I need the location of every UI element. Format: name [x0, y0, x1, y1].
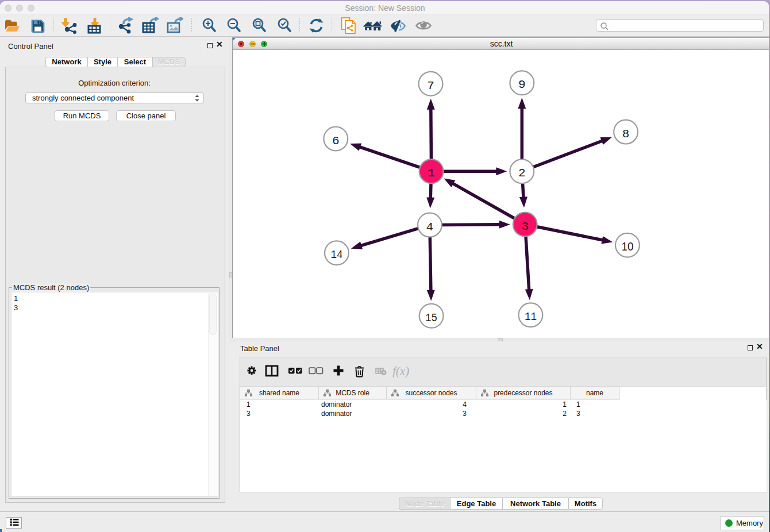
svg-text:4: 4: [426, 221, 434, 234]
svg-text:8: 8: [622, 128, 630, 141]
svg-text:9: 9: [518, 78, 526, 91]
svg-text:11: 11: [525, 310, 537, 323]
svg-text:7: 7: [427, 79, 434, 92]
svg-text:15: 15: [425, 311, 437, 325]
svg-text:1: 1: [428, 167, 435, 180]
svg-text:2: 2: [518, 167, 526, 180]
svg-text:6: 6: [332, 134, 340, 148]
svg-text:10: 10: [621, 240, 633, 253]
svg-text:14: 14: [330, 248, 342, 261]
svg-text:3: 3: [521, 220, 529, 233]
svg-text:f(x): f(x): [392, 365, 409, 377]
